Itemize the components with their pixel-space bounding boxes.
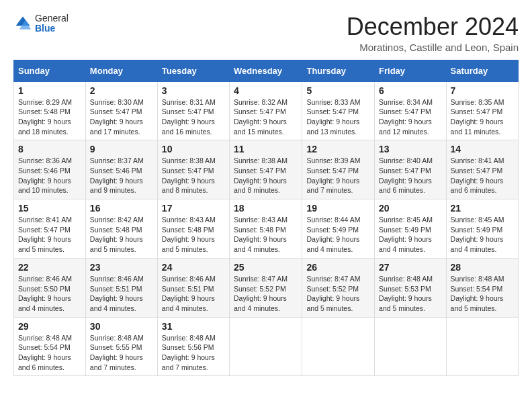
table-row: 17 Sunrise: 8:43 AMSunset: 5:48 PMDaylig…	[157, 199, 229, 259]
day-detail: Sunrise: 8:37 AMSunset: 5:46 PMDaylight:…	[90, 156, 153, 195]
day-detail: Sunrise: 8:34 AMSunset: 5:47 PMDaylight:…	[379, 97, 441, 137]
header-saturday: Saturday	[446, 60, 518, 81]
day-number: 9	[90, 144, 153, 154]
table-row	[230, 317, 302, 376]
table-row: 19 Sunrise: 8:44 AMSunset: 5:49 PMDaylig…	[302, 199, 375, 259]
day-number: 24	[162, 262, 225, 273]
day-number: 22	[18, 262, 81, 273]
day-detail: Sunrise: 8:41 AMSunset: 5:47 PMDaylight:…	[451, 156, 514, 195]
table-row: 8 Sunrise: 8:36 AMSunset: 5:46 PMDayligh…	[14, 140, 86, 199]
table-row: 3 Sunrise: 8:31 AMSunset: 5:47 PMDayligh…	[157, 81, 229, 140]
calendar-table: Sunday Monday Tuesday Wednesday Thursday…	[13, 60, 519, 377]
day-number: 5	[306, 85, 370, 96]
day-number: 1	[18, 85, 81, 96]
day-number: 15	[18, 203, 81, 214]
table-row: 24 Sunrise: 8:46 AMSunset: 5:51 PMDaylig…	[157, 258, 229, 317]
table-row: 5 Sunrise: 8:33 AMSunset: 5:47 PMDayligh…	[302, 81, 375, 140]
table-row: 10 Sunrise: 8:38 AMSunset: 5:47 PMDaylig…	[157, 140, 229, 199]
day-detail: Sunrise: 8:48 AMSunset: 5:54 PMDaylight:…	[18, 333, 81, 373]
calendar-header-row: Sunday Monday Tuesday Wednesday Thursday…	[14, 60, 519, 81]
day-detail: Sunrise: 8:44 AMSunset: 5:49 PMDaylight:…	[306, 215, 370, 255]
day-detail: Sunrise: 8:35 AMSunset: 5:47 PMDaylight:…	[451, 97, 514, 137]
day-number: 2	[90, 85, 153, 96]
day-detail: Sunrise: 8:48 AMSunset: 5:55 PMDaylight:…	[90, 333, 153, 373]
day-detail: Sunrise: 8:43 AMSunset: 5:48 PMDaylight:…	[234, 215, 298, 255]
table-row: 28 Sunrise: 8:48 AMSunset: 5:54 PMDaylig…	[446, 258, 518, 317]
day-detail: Sunrise: 8:45 AMSunset: 5:49 PMDaylight:…	[451, 215, 514, 255]
table-row: 12 Sunrise: 8:39 AMSunset: 5:47 PMDaylig…	[302, 140, 375, 199]
day-detail: Sunrise: 8:32 AMSunset: 5:47 PMDaylight:…	[234, 97, 298, 137]
day-detail: Sunrise: 8:46 AMSunset: 5:51 PMDaylight:…	[162, 274, 225, 314]
day-detail: Sunrise: 8:46 AMSunset: 5:50 PMDaylight:…	[18, 274, 81, 314]
day-number: 17	[162, 203, 225, 214]
day-detail: Sunrise: 8:48 AMSunset: 5:54 PMDaylight:…	[451, 274, 514, 314]
table-row: 16 Sunrise: 8:42 AMSunset: 5:48 PMDaylig…	[85, 199, 157, 259]
month-title: December 2024	[347, 13, 519, 40]
day-detail: Sunrise: 8:47 AMSunset: 5:52 PMDaylight:…	[234, 274, 298, 314]
table-row: 21 Sunrise: 8:45 AMSunset: 5:49 PMDaylig…	[446, 199, 518, 259]
header-tuesday: Tuesday	[157, 60, 229, 81]
calendar-week-row: 8 Sunrise: 8:36 AMSunset: 5:46 PMDayligh…	[14, 140, 519, 199]
table-row: 9 Sunrise: 8:37 AMSunset: 5:46 PMDayligh…	[85, 140, 157, 199]
day-detail: Sunrise: 8:41 AMSunset: 5:47 PMDaylight:…	[18, 215, 81, 255]
day-detail: Sunrise: 8:40 AMSunset: 5:47 PMDaylight:…	[379, 156, 441, 195]
table-row: 2 Sunrise: 8:30 AMSunset: 5:47 PMDayligh…	[85, 81, 157, 140]
logo-text: General Blue	[35, 13, 69, 34]
logo-icon	[13, 14, 32, 33]
header-monday: Monday	[85, 60, 157, 81]
logo-general-text: General	[35, 13, 69, 24]
table-row: 13 Sunrise: 8:40 AMSunset: 5:47 PMDaylig…	[375, 140, 446, 199]
day-number: 30	[90, 321, 153, 332]
day-number: 18	[234, 203, 298, 214]
calendar-week-row: 1 Sunrise: 8:29 AMSunset: 5:48 PMDayligh…	[14, 81, 519, 140]
table-row: 18 Sunrise: 8:43 AMSunset: 5:48 PMDaylig…	[230, 199, 302, 259]
location-subtitle: Moratinos, Castille and Leon, Spain	[347, 42, 519, 53]
table-row: 1 Sunrise: 8:29 AMSunset: 5:48 PMDayligh…	[14, 81, 86, 140]
table-row: 11 Sunrise: 8:38 AMSunset: 5:47 PMDaylig…	[230, 140, 302, 199]
day-number: 12	[306, 144, 370, 154]
day-detail: Sunrise: 8:29 AMSunset: 5:48 PMDaylight:…	[18, 97, 81, 137]
day-number: 31	[162, 321, 225, 332]
day-number: 10	[162, 144, 225, 154]
day-number: 25	[234, 262, 298, 273]
day-detail: Sunrise: 8:43 AMSunset: 5:48 PMDaylight:…	[162, 215, 225, 255]
day-number: 6	[379, 85, 441, 96]
table-row: 20 Sunrise: 8:45 AMSunset: 5:49 PMDaylig…	[375, 199, 446, 259]
day-detail: Sunrise: 8:33 AMSunset: 5:47 PMDaylight:…	[306, 97, 370, 137]
day-number: 14	[451, 144, 514, 154]
table-row: 23 Sunrise: 8:46 AMSunset: 5:51 PMDaylig…	[85, 258, 157, 317]
day-number: 27	[379, 262, 441, 273]
table-row: 14 Sunrise: 8:41 AMSunset: 5:47 PMDaylig…	[446, 140, 518, 199]
logo-blue-text: Blue	[35, 24, 69, 34]
table-row: 22 Sunrise: 8:46 AMSunset: 5:50 PMDaylig…	[14, 258, 86, 317]
day-number: 21	[451, 203, 514, 214]
header-wednesday: Wednesday	[230, 60, 302, 81]
table-row: 30 Sunrise: 8:48 AMSunset: 5:55 PMDaylig…	[85, 317, 157, 376]
table-row: 15 Sunrise: 8:41 AMSunset: 5:47 PMDaylig…	[14, 199, 86, 259]
header-thursday: Thursday	[302, 60, 375, 81]
calendar-week-row: 29 Sunrise: 8:48 AMSunset: 5:54 PMDaylig…	[14, 317, 519, 376]
day-number: 23	[90, 262, 153, 273]
day-detail: Sunrise: 8:38 AMSunset: 5:47 PMDaylight:…	[234, 156, 298, 195]
day-detail: Sunrise: 8:30 AMSunset: 5:47 PMDaylight:…	[90, 97, 153, 137]
title-area: December 2024 Moratinos, Castille and Le…	[347, 13, 519, 53]
table-row: 31 Sunrise: 8:48 AMSunset: 5:56 PMDaylig…	[157, 317, 229, 376]
day-number: 20	[379, 203, 441, 214]
header-sunday: Sunday	[14, 60, 86, 81]
day-number: 3	[162, 85, 225, 96]
day-detail: Sunrise: 8:47 AMSunset: 5:52 PMDaylight:…	[306, 274, 370, 314]
calendar-week-row: 15 Sunrise: 8:41 AMSunset: 5:47 PMDaylig…	[14, 199, 519, 259]
day-detail: Sunrise: 8:38 AMSunset: 5:47 PMDaylight:…	[162, 156, 225, 195]
header-friday: Friday	[375, 60, 446, 81]
day-detail: Sunrise: 8:48 AMSunset: 5:56 PMDaylight:…	[162, 333, 225, 373]
logo: General Blue	[13, 13, 69, 34]
day-detail: Sunrise: 8:45 AMSunset: 5:49 PMDaylight:…	[379, 215, 441, 255]
table-row	[375, 317, 446, 376]
table-row: 29 Sunrise: 8:48 AMSunset: 5:54 PMDaylig…	[14, 317, 86, 376]
day-detail: Sunrise: 8:42 AMSunset: 5:48 PMDaylight:…	[90, 215, 153, 255]
day-number: 4	[234, 85, 298, 96]
day-number: 28	[451, 262, 514, 273]
day-number: 26	[306, 262, 370, 273]
day-number: 11	[234, 144, 298, 154]
table-row	[302, 317, 375, 376]
